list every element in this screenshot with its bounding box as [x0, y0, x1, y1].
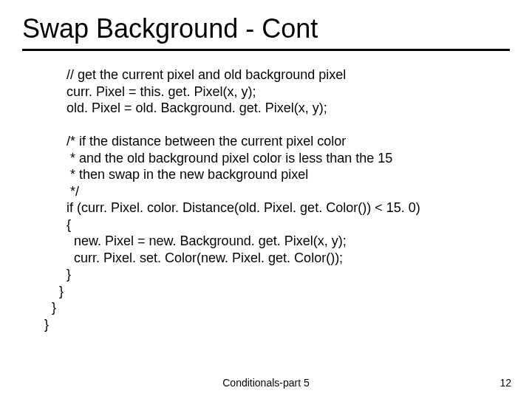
slide: Swap Background - Cont // get the curren… [0, 0, 532, 399]
page-number: 12 [499, 377, 511, 389]
code-block: // get the current pixel and old backgro… [44, 66, 502, 332]
footer-label: Conditionals-part 5 [0, 377, 532, 389]
slide-title: Swap Background - Cont [22, 13, 510, 51]
